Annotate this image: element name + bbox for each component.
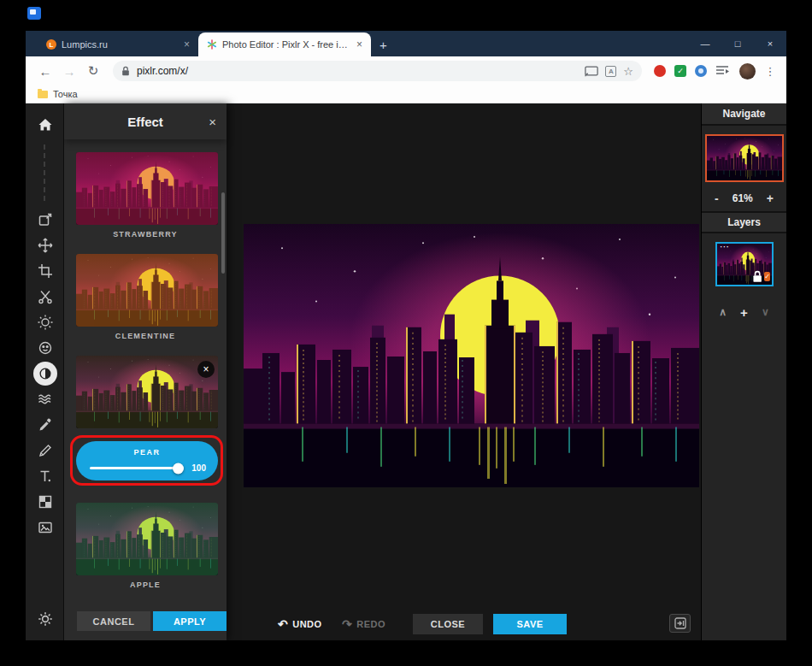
tool-fill-pattern[interactable] [26, 489, 64, 515]
layer-controls: ∧ + ∨ [702, 302, 786, 322]
layer-down-button[interactable]: ∨ [762, 306, 769, 318]
tool-adjust[interactable] [26, 309, 64, 335]
zoom-controls: - 61% + [702, 187, 786, 209]
browser-toolbar: ← → ↻ pixlr.com/x/ A ☆ ✓ [26, 56, 786, 85]
lumpics-favicon: L [46, 39, 56, 50]
browser-window: L Lumpics.ru × Photo Editor : Pixlr X - … [26, 31, 786, 640]
adblock-extension-icon[interactable] [654, 65, 666, 77]
effect-label: APPLE [64, 581, 227, 589]
tool-add-image[interactable] [26, 515, 64, 540]
window-close-button[interactable]: × [754, 38, 786, 49]
back-button[interactable]: ← [34, 64, 56, 79]
translate-icon[interactable]: A [605, 66, 616, 77]
redo-button[interactable]: ↷ REDO [342, 613, 385, 635]
zoom-level: 61% [733, 192, 753, 204]
green-check-extension-icon[interactable]: ✓ [674, 65, 686, 77]
window-controls: — □ × [689, 31, 786, 56]
pixlr-favicon [207, 39, 217, 50]
layer-menu-icon[interactable]: ⋯ [720, 242, 728, 252]
new-tab-button[interactable]: + [380, 38, 387, 52]
home-button[interactable] [26, 112, 64, 138]
tool-cutout[interactable] [26, 284, 64, 309]
canvas-bottom-bar: ↶ UNDO ↷ REDO CLOSE SAVE [227, 613, 701, 635]
layer-lock-icon [752, 270, 762, 283]
minimize-button[interactable]: — [689, 38, 721, 49]
panel-title: Effect [127, 115, 163, 129]
apply-button[interactable]: APPLY [153, 611, 227, 631]
layer-up-button[interactable]: ∧ [719, 306, 727, 318]
profile-avatar[interactable] [739, 63, 756, 80]
effect-panel-header: Effect × [64, 103, 227, 139]
tool-properties[interactable] [26, 207, 64, 233]
zoom-out-button[interactable]: - [715, 192, 719, 205]
lock-icon [121, 66, 130, 77]
bookmarks-bar: Точка [26, 85, 786, 103]
desktop-background: L Lumpics.ru × Photo Editor : Pixlr X - … [0, 0, 812, 666]
active-tool-highlight [33, 362, 57, 386]
tool-draw[interactable] [26, 438, 64, 463]
tool-liquify[interactable] [26, 386, 64, 412]
tool-effect[interactable] [26, 361, 64, 386]
tab-close-icon[interactable]: × [356, 38, 362, 50]
tab-lumpics[interactable]: L Lumpics.ru × [38, 32, 198, 56]
blue-extension-icon[interactable] [695, 65, 707, 77]
layers-header: Layers [702, 211, 786, 233]
zoom-in-button[interactable]: + [767, 192, 774, 205]
address-bar[interactable]: pixlr.com/x/ A ☆ [113, 61, 642, 81]
bookmark-star-icon[interactable]: ☆ [623, 65, 633, 78]
add-layer-button[interactable]: + [740, 305, 748, 320]
effect-label: STRAWBERRY [64, 230, 227, 239]
clementine-tint [76, 254, 218, 327]
effect-thumbnail-pear[interactable] [76, 356, 218, 428]
redo-icon: ↷ [342, 617, 352, 631]
cancel-button[interactable]: CANCEL [77, 611, 150, 631]
panel-scrollbar[interactable] [221, 192, 225, 274]
save-button[interactable]: SAVE [493, 614, 567, 634]
reload-button[interactable]: ↻ [82, 63, 104, 79]
slider-knob[interactable] [173, 463, 184, 474]
tab-close-icon[interactable]: × [184, 38, 190, 50]
browser-menu-icon[interactable]: ⋮ [762, 65, 778, 78]
tool-retouch[interactable] [26, 335, 64, 361]
strawberry-tint [76, 152, 218, 225]
effect-label: CLEMENTINE [64, 332, 227, 340]
remove-effect-button[interactable]: × [197, 361, 215, 378]
desktop-shortcut-icon[interactable] [27, 7, 41, 20]
bookmark-item[interactable]: Точка [53, 89, 78, 99]
canvas-image[interactable] [244, 224, 699, 487]
forward-button[interactable]: → [58, 64, 80, 79]
tab-title: Lumpics.ru [62, 39, 179, 50]
effect-thumbnail-strawberry[interactable] [76, 152, 218, 225]
effect-amount-slider[interactable]: PEAR 100 [76, 441, 218, 480]
tool-crop[interactable] [26, 258, 64, 284]
cast-icon[interactable] [585, 66, 598, 77]
right-sidebar: Navigate - 61% + Layers ⋯ [701, 103, 786, 640]
navigate-thumbnail[interactable] [705, 134, 784, 182]
panel-close-icon[interactable]: × [209, 103, 216, 139]
folder-icon [38, 91, 48, 98]
undo-button[interactable]: ↶ UNDO [278, 613, 322, 635]
tab-pixlr[interactable]: Photo Editor : Pixlr X - free imag × [198, 32, 371, 56]
layer-visible-checkbox[interactable]: ✓ [764, 272, 770, 281]
tool-arrange[interactable] [26, 233, 64, 258]
canvas-area: ↶ UNDO ↷ REDO CLOSE SAVE [227, 103, 701, 640]
settings-gear-icon[interactable] [26, 606, 64, 632]
slider-effect-name: PEAR [76, 441, 218, 457]
effect-thumbnail-apple[interactable] [76, 503, 218, 575]
tool-color-picker[interactable] [26, 412, 64, 438]
rail-separator [44, 144, 45, 201]
navigate-header: Navigate [702, 103, 786, 126]
effect-thumbnail-clementine[interactable] [76, 254, 218, 327]
layer-item[interactable]: ⋯ ✓ [715, 242, 774, 286]
apple-tint [76, 503, 218, 575]
slider-track[interactable] [90, 467, 182, 469]
menu-lines-icon[interactable] [715, 63, 729, 79]
collapse-panel-icon[interactable] [669, 614, 691, 633]
close-button[interactable]: CLOSE [413, 614, 483, 634]
maximize-button[interactable]: □ [721, 38, 754, 49]
tool-rail [26, 103, 64, 640]
tool-text[interactable] [26, 463, 64, 489]
pixlr-app: Effect × STRAWBERRY CLEMENTINE × [26, 103, 786, 640]
effect-panel-actions: CANCEL APPLY [77, 611, 227, 631]
slider-value: 100 [189, 463, 206, 473]
